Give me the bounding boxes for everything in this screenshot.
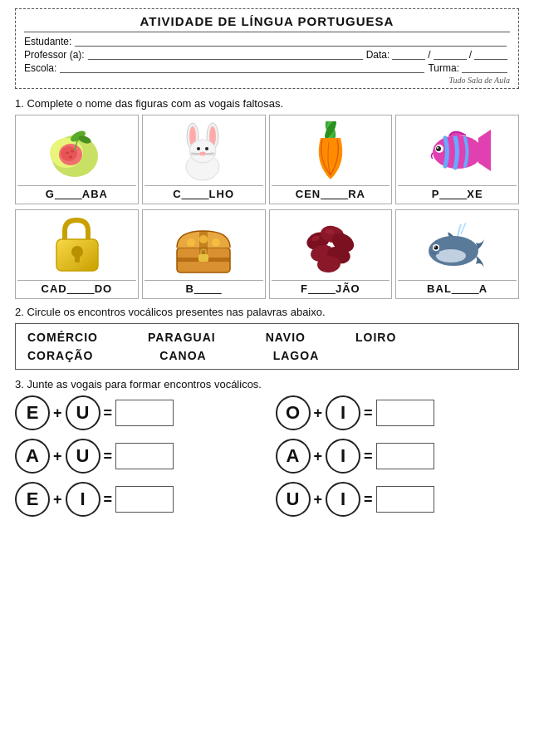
carrot-image: [272, 119, 390, 185]
svg-point-29: [436, 146, 441, 151]
plus-sign-5: +: [314, 491, 323, 508]
word-paraguai: PARAGUAI: [148, 331, 216, 344]
label-padlock: CAD____DO: [17, 280, 136, 297]
equals-sign-2: =: [104, 448, 113, 465]
image-cell-beans: F____JÃO: [269, 209, 393, 299]
join-row-3: A + I =: [276, 439, 520, 474]
join-row-0: E + U =: [15, 395, 259, 430]
word-coracao: CORAÇÃO: [27, 349, 93, 362]
image-cell-chest: B____: [142, 209, 266, 299]
label-beans: F____JÃO: [272, 280, 390, 297]
vowel2-circle-2: U: [66, 439, 100, 474]
word-lagoa: LAGOA: [273, 349, 320, 362]
svg-point-18: [199, 151, 206, 155]
image-cell-fish: P____XE: [395, 115, 519, 204]
svg-rect-34: [75, 256, 80, 263]
svg-point-33: [71, 246, 83, 258]
student-label: Estudante:: [24, 36, 71, 47]
svg-point-54: [434, 245, 438, 249]
join-row-2: A + U =: [15, 439, 259, 474]
vocal-row-1: COMÉRCIO PARAGUAI NAVIO LOIRO: [27, 331, 507, 344]
word-loiro: LOIRO: [355, 331, 396, 344]
plus-sign-2: +: [53, 448, 62, 465]
school-label: Escola:: [24, 62, 56, 74]
vocal-encounters-box: COMÉRCIO PARAGUAI NAVIO LOIRO CORAÇÃO CA…: [15, 323, 519, 370]
guava-image: [17, 119, 136, 185]
equals-sign-3: =: [364, 448, 373, 465]
images-grid-row2: CAD____DO B____: [15, 209, 519, 299]
label-chest: B____: [145, 280, 263, 297]
image-cell-carrot: CEN____RA: [269, 115, 393, 204]
image-cell-whale: BAL____A: [395, 209, 519, 299]
join-vowels-grid: E + U = O + I = A + U = A + I = E + I = …: [15, 395, 519, 517]
section1-title: 1. Complete o nome das figuras com as vo…: [15, 97, 519, 110]
word-comercio: COMÉRCIO: [27, 331, 98, 344]
header-box: ATIVIDADE DE LÍNGUA PORTUGUESA Estudante…: [15, 8, 519, 89]
vowel1-circle-1: O: [276, 395, 311, 430]
label-whale: BAL____A: [398, 280, 517, 297]
image-cell-padlock: CAD____DO: [15, 209, 139, 299]
vowel1-circle-5: U: [276, 482, 311, 517]
section2-title: 2. Circule os encontros vocálicos presen…: [15, 306, 519, 318]
section3-title: 3. Junte as vogais para formar encontros…: [15, 378, 519, 390]
class-label: Turma:: [428, 62, 459, 74]
vowel2-circle-1: I: [326, 395, 360, 430]
vowel2-circle-3: I: [326, 439, 360, 474]
plus-sign-3: +: [314, 448, 323, 465]
svg-point-55: [434, 246, 436, 248]
result-box-2[interactable]: [115, 443, 174, 469]
svg-point-41: [199, 235, 208, 243]
join-row-4: E + I =: [15, 482, 259, 517]
label-carrot: CEN____RA: [272, 185, 390, 202]
result-box-1[interactable]: [376, 400, 434, 426]
vowel1-circle-3: A: [276, 439, 311, 474]
vowel2-circle-5: I: [326, 482, 360, 517]
plus-sign-4: +: [53, 491, 62, 508]
equals-sign-5: =: [364, 491, 373, 508]
image-cell-rabbit: C____LHO: [142, 115, 266, 204]
label-rabbit: C____LHO: [145, 185, 263, 202]
vocal-row-2: CORAÇÃO CANOA LAGOA: [27, 349, 507, 362]
svg-rect-39: [198, 254, 208, 262]
vowel2-circle-0: U: [66, 395, 100, 430]
equals-sign-0: =: [104, 405, 113, 422]
word-canoa: CANOA: [159, 349, 206, 362]
fish-image: [398, 119, 517, 185]
rabbit-image: [145, 119, 263, 185]
svg-point-6: [69, 155, 72, 158]
watermark: Tudo Sala de Aula: [24, 76, 510, 85]
word-navio: NAVIO: [266, 331, 306, 344]
vowel1-circle-4: E: [15, 482, 50, 517]
chest-image: [145, 214, 263, 280]
vowel1-circle-0: E: [15, 395, 50, 430]
page-title: ATIVIDADE DE LÍNGUA PORTUGUESA: [24, 14, 510, 32]
svg-point-30: [437, 147, 438, 149]
plus-sign-0: +: [53, 405, 62, 422]
vowel2-circle-4: I: [66, 482, 100, 517]
svg-point-4: [66, 151, 69, 154]
padlock-image: [17, 214, 136, 280]
svg-point-52: [436, 249, 466, 263]
svg-point-16: [197, 147, 200, 150]
svg-point-17: [205, 147, 208, 150]
equals-sign-4: =: [104, 491, 113, 508]
label-guava: G____ABA: [17, 185, 136, 202]
join-row-1: O + I =: [276, 395, 520, 430]
whale-image: [398, 214, 517, 280]
svg-point-5: [71, 150, 74, 152]
vowel1-circle-2: A: [15, 439, 50, 474]
image-cell-guava: G____ABA: [15, 115, 139, 204]
result-box-3[interactable]: [376, 443, 434, 469]
result-box-0[interactable]: [115, 400, 174, 426]
svg-point-15: [189, 140, 216, 163]
result-box-5[interactable]: [376, 486, 434, 513]
teacher-label: Professor (a):: [24, 49, 85, 61]
images-grid-row1: G____ABA: [15, 115, 519, 204]
svg-point-42: [212, 238, 220, 247]
date-label: Data:: [366, 49, 390, 61]
svg-point-40: [187, 238, 195, 247]
label-fish: P____XE: [398, 185, 517, 202]
join-row-5: U + I =: [276, 482, 520, 517]
result-box-4[interactable]: [115, 486, 174, 513]
beans-image: [272, 214, 390, 280]
